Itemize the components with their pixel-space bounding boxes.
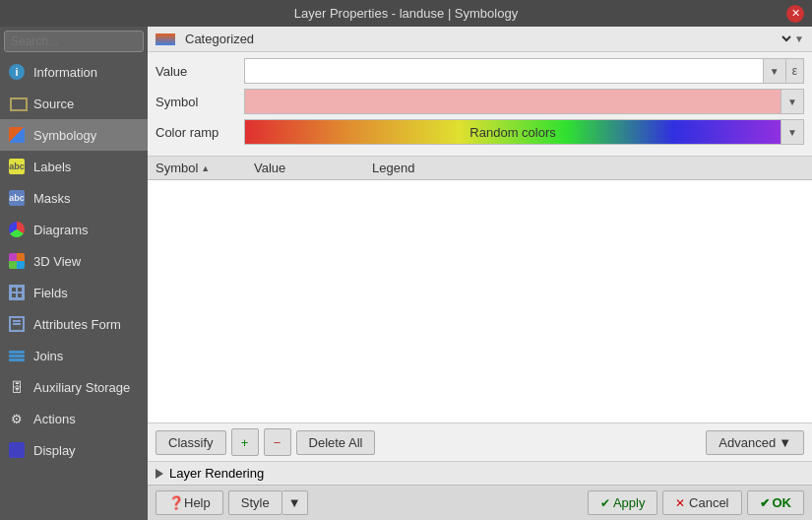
col-value[interactable]: Value <box>254 161 372 175</box>
color-ramp-text: Random colors <box>469 125 555 140</box>
add-class-button[interactable]: + <box>231 428 259 456</box>
sidebar-item-3dview[interactable]: 3D View <box>0 245 148 277</box>
sort-arrow-icon: ▲ <box>201 163 210 173</box>
sidebar-item-label: Joins <box>33 349 63 363</box>
advanced-arrow-icon: ▼ <box>779 435 791 450</box>
titlebar: Layer Properties - landuse | Symbology ✕ <box>0 0 812 27</box>
color-ramp-preview[interactable]: Random colors <box>244 119 781 145</box>
sidebar-item-joins[interactable]: Joins <box>0 340 148 371</box>
render-mode-icon <box>156 33 175 45</box>
delete-all-button[interactable]: Delete All <box>296 430 376 455</box>
sidebar-item-labels[interactable]: abc Labels <box>0 151 148 182</box>
info-icon: i <box>8 63 26 81</box>
cancel-label: Cancel <box>689 495 728 510</box>
sidebar: i Information Source Symbology abc Label… <box>0 27 148 520</box>
sidebar-item-attributes-form[interactable]: Attributes Form <box>0 308 148 340</box>
symb-icon <box>8 126 26 144</box>
footer-left: ❓Help Style ▼ <box>156 490 308 515</box>
sidebar-item-fields[interactable]: Fields <box>0 277 148 308</box>
sidebar-item-label: 3D View <box>33 254 81 269</box>
color-ramp-wrap: Random colors ▼ <box>244 119 804 145</box>
col-legend-label: Legend <box>372 161 414 175</box>
symbol-preview[interactable] <box>244 89 781 114</box>
remove-class-button[interactable]: − <box>264 428 291 456</box>
footer: ❓Help Style ▼ ✔ Apply ✕ Cancel ✔ OK <box>148 485 812 520</box>
sidebar-item-masks[interactable]: abc Masks <box>0 182 148 214</box>
value-row: Value ▼ ε <box>156 58 804 84</box>
classify-button[interactable]: Classify <box>156 430 226 455</box>
source-icon <box>8 95 26 112</box>
table-body <box>148 180 812 422</box>
sidebar-item-auxiliary[interactable]: 🗄 Auxiliary Storage <box>0 371 148 403</box>
sidebar-item-label: Diagrams <box>33 223 89 237</box>
3d-icon <box>8 252 26 270</box>
symbol-label: Symbol <box>156 95 244 109</box>
value-input-wrap: ▼ ε <box>244 58 804 84</box>
value-input[interactable] <box>244 58 764 84</box>
color-ramp-dropdown-btn[interactable]: ▼ <box>781 119 804 145</box>
symbol-row: Symbol ▼ <box>156 89 804 114</box>
col-symbol-label: Symbol <box>156 161 198 175</box>
fields-icon <box>8 284 26 301</box>
render-mode-select[interactable]: Categorized <box>181 31 794 47</box>
help-button[interactable]: ❓Help <box>156 490 223 515</box>
symbol-dropdown-btn[interactable]: ▼ <box>781 89 804 114</box>
sidebar-item-label: Attributes Form <box>33 317 121 332</box>
form-area: Value ▼ ε Symbol ▼ Color ramp <box>148 52 812 157</box>
advanced-button[interactable]: Advanced ▼ <box>706 430 804 455</box>
render-mode-row: Categorized ▼ <box>148 27 812 52</box>
sidebar-item-source[interactable]: Source <box>0 88 148 119</box>
joins-icon <box>8 347 26 364</box>
cancel-button[interactable]: ✕ Cancel <box>662 490 741 515</box>
sidebar-item-label: Auxiliary Storage <box>33 380 130 395</box>
actions-icon: ⚙ <box>8 410 26 427</box>
style-dropdown-wrap: Style ▼ <box>228 490 308 515</box>
sidebar-item-label: Actions <box>33 412 76 426</box>
right-panel: Categorized ▼ Value ▼ ε Symbol ▼ <box>148 27 812 520</box>
apply-check-icon: ✔ <box>600 496 610 510</box>
attrform-icon <box>8 315 26 333</box>
sidebar-item-label: Masks <box>33 191 71 206</box>
sidebar-item-information[interactable]: i Information <box>0 56 148 88</box>
sidebar-item-display[interactable]: Display <box>0 434 148 466</box>
layer-rendering-expand-icon <box>156 469 163 479</box>
sidebar-item-label: Fields <box>33 286 68 300</box>
apply-button[interactable]: ✔ Apply <box>588 490 658 515</box>
symbol-input-wrap: ▼ <box>244 89 804 114</box>
display-icon <box>8 441 26 459</box>
close-button[interactable]: ✕ <box>786 5 804 23</box>
main-content: i Information Source Symbology abc Label… <box>0 27 812 520</box>
value-epsilon-btn[interactable]: ε <box>786 58 804 84</box>
sidebar-item-symbology[interactable]: Symbology <box>0 119 148 151</box>
color-ramp-label: Color ramp <box>156 125 244 140</box>
footer-right: ✔ Apply ✕ Cancel ✔ OK <box>588 490 804 515</box>
color-ramp-row: Color ramp Random colors ▼ <box>156 119 804 145</box>
style-arrow-button[interactable]: ▼ <box>282 490 308 515</box>
search-input[interactable] <box>4 31 144 52</box>
render-mode-arrow-icon: ▼ <box>794 33 804 44</box>
cancel-x-icon: ✕ <box>675 496 685 510</box>
table-header: Symbol ▲ Value Legend <box>148 157 812 180</box>
sidebar-item-actions[interactable]: ⚙ Actions <box>0 403 148 434</box>
value-dropdown-btn[interactable]: ▼ <box>764 58 786 84</box>
sidebar-item-diagrams[interactable]: Diagrams <box>0 214 148 245</box>
classify-bar: Classify + − Delete All Advanced ▼ <box>148 422 812 461</box>
col-value-label: Value <box>254 161 285 175</box>
col-legend[interactable]: Legend <box>372 161 804 175</box>
masks-icon: abc <box>8 189 26 207</box>
ok-check-icon: ✔ <box>760 496 770 510</box>
ok-label: OK <box>773 495 792 510</box>
advanced-label: Advanced <box>718 435 776 450</box>
style-button[interactable]: Style <box>228 490 282 515</box>
col-symbol[interactable]: Symbol ▲ <box>156 161 254 175</box>
sidebar-item-label: Labels <box>33 160 71 174</box>
layer-rendering-label: Layer Rendering <box>169 466 264 481</box>
sidebar-item-label: Information <box>33 65 97 80</box>
diag-icon <box>8 221 26 238</box>
layer-rendering-bar[interactable]: Layer Rendering <box>148 461 812 485</box>
title-text: Layer Properties - landuse | Symbology <box>294 6 518 21</box>
ok-button[interactable]: ✔ OK <box>747 490 805 515</box>
sidebar-item-label: Display <box>33 443 76 458</box>
apply-label: Apply <box>613 495 646 510</box>
sidebar-item-label: Source <box>33 97 74 111</box>
